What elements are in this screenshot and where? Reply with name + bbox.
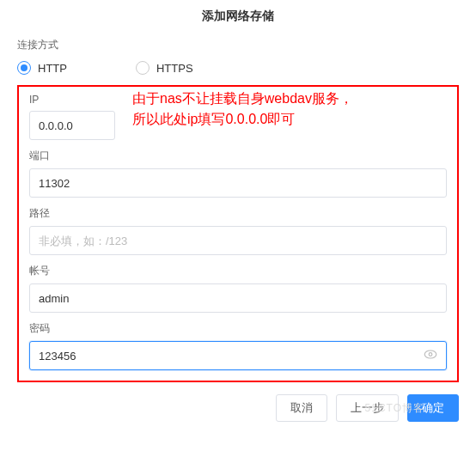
dialog-footer: 51CTO博客 取消 上一步 确定	[0, 382, 476, 434]
port-input[interactable]	[29, 168, 447, 198]
field-port: 端口	[29, 149, 447, 198]
eye-icon[interactable]	[423, 347, 438, 365]
field-account: 帐号	[29, 264, 447, 313]
svg-point-0	[424, 350, 436, 358]
port-label: 端口	[29, 149, 447, 163]
field-ip: IP 由于nas不让挂载自身webdav服务， 所以此处ip填写0.0.0.0即…	[29, 94, 447, 140]
ok-button[interactable]: 确定	[407, 394, 459, 422]
cancel-button[interactable]: 取消	[276, 394, 327, 422]
dialog-title: 添加网络存储	[0, 0, 476, 38]
connection-radio-group: HTTP HTTPS	[17, 61, 459, 75]
radio-icon-unchecked	[136, 61, 150, 75]
account-input[interactable]	[29, 283, 447, 313]
dialog-content: 连接方式 HTTP HTTPS IP 由于nas不让挂载自身webdav服务， …	[0, 38, 476, 382]
prev-button[interactable]: 上一步	[336, 394, 399, 422]
password-input[interactable]	[29, 341, 447, 370]
connection-label: 连接方式	[17, 38, 459, 52]
add-network-storage-dialog: 添加网络存储 连接方式 HTTP HTTPS IP 由于nas不让挂载自身web…	[0, 0, 476, 434]
radio-https-label: HTTPS	[156, 62, 193, 75]
annotation-line2: 所以此处ip填写0.0.0.0即可	[132, 109, 353, 130]
field-password: 密码	[29, 321, 447, 370]
account-label: 帐号	[29, 264, 447, 278]
ip-label: IP	[29, 94, 447, 106]
form-highlighted-box: IP 由于nas不让挂载自身webdav服务， 所以此处ip填写0.0.0.0即…	[17, 85, 459, 382]
radio-icon-checked	[17, 61, 31, 75]
radio-https[interactable]: HTTPS	[136, 61, 193, 75]
path-label: 路径	[29, 206, 447, 221]
ip-input[interactable]	[29, 111, 115, 140]
radio-http-label: HTTP	[38, 62, 67, 75]
password-label: 密码	[29, 321, 447, 336]
path-input[interactable]	[29, 226, 447, 255]
radio-http[interactable]: HTTP	[17, 61, 67, 75]
svg-point-1	[429, 353, 432, 357]
field-path: 路径	[29, 206, 447, 255]
